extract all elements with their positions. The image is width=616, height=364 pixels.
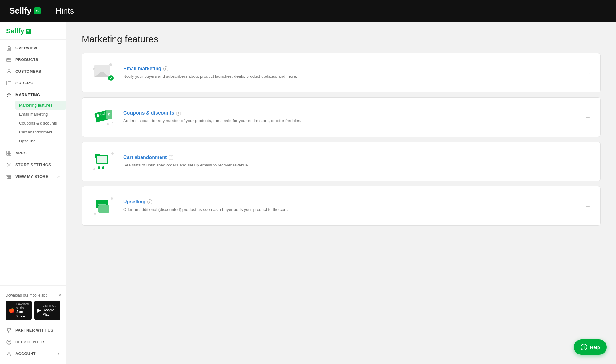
coupons-info: Coupons & discounts i Add a discount for… (123, 110, 573, 124)
app-badges: 🍎 Download on the App Store ▶ GET IT ON … (6, 301, 60, 320)
grid-icon (6, 150, 12, 156)
play-store-sub: GET IT ON (43, 304, 57, 308)
gear-icon (6, 162, 12, 168)
home-icon (6, 45, 12, 51)
close-button[interactable]: × (59, 292, 62, 297)
sidebar-bottom: × Download our mobile app: 🍎 Download on… (0, 285, 66, 364)
sidebar-item-store-settings[interactable]: STORE SETTINGS (0, 159, 66, 171)
sidebar-logo-text: Sellfy (6, 27, 24, 35)
sidebar-item-overview[interactable]: OVERVIEW (0, 42, 66, 54)
external-link-icon: ↗ (57, 175, 60, 179)
trophy-icon (6, 328, 12, 333)
main-nav: OVERVIEW PRODUCTS CUST (0, 40, 66, 185)
sidebar-item-label-overview: OVERVIEW (15, 46, 37, 50)
sidebar-item-label-products: PRODUCTS (15, 58, 38, 62)
sidebar-item-label-store-settings: STORE SETTINGS (15, 163, 51, 167)
sidebar-item-label-orders: ORDERS (15, 81, 33, 85)
coupons-info-icon[interactable]: i (176, 111, 181, 116)
feature-card-cart-abandonment[interactable]: Cart abandonment i See stats of unfinish… (82, 142, 601, 181)
marketing-icon (6, 92, 12, 98)
sidebar-item-marketing[interactable]: MARKETING (0, 89, 66, 101)
sidebar-item-label-customers: CUSTOMERS (15, 69, 41, 74)
sidebar-item-label-marketing: MARKETING (15, 93, 40, 97)
upselling-icon-area (91, 195, 116, 217)
subnav-cart-abandonment[interactable]: Cart abandonment (15, 128, 66, 137)
sidebar-item-partner[interactable]: PARTNER WITH US (0, 325, 66, 336)
header-logo-badge: S (34, 7, 41, 14)
help-button-label: Help (590, 345, 600, 350)
cart-abandonment-name: Cart abandonment i (123, 155, 573, 160)
header-divider (48, 5, 48, 16)
cart-abandonment-info: Cart abandonment i See stats of unfinish… (123, 155, 573, 168)
subnav-marketing-features[interactable]: Marketing features (15, 101, 66, 110)
sidebar-item-apps[interactable]: APPS (0, 147, 66, 159)
svg-point-1 (8, 70, 10, 72)
sidebar-item-orders[interactable]: ORDERS (0, 77, 66, 89)
svg-point-6 (8, 164, 10, 166)
question-circle-icon: ? (581, 344, 587, 350)
email-icon: ✓ (93, 63, 114, 82)
sidebar-item-label-partner: PARTNER WITH US (15, 328, 53, 333)
main-content: Marketing features ✓ Email marketing i N… (66, 22, 616, 364)
coupon-icon: SALE $ (93, 108, 114, 126)
play-icon: ▶ (37, 307, 41, 314)
help-button[interactable]: ? Help (574, 339, 607, 355)
email-marketing-arrow: → (580, 69, 591, 76)
marketing-subnav: Marketing features Email marketing Coupo… (0, 101, 66, 147)
sidebar-item-help-center[interactable]: HELP CENTER (0, 336, 66, 348)
upselling-desc: Offer an additional (discounted) product… (123, 207, 573, 213)
sidebar-logo-badge: S (26, 29, 31, 34)
svg-rect-4 (7, 153, 9, 155)
svg-point-8 (9, 343, 9, 343)
coupons-arrow: → (580, 114, 591, 121)
subnav-email-marketing[interactable]: Email marketing (15, 110, 66, 119)
coupons-icon-area: SALE $ (91, 106, 116, 128)
chevron-down-icon: ∧ (57, 352, 60, 356)
cart-abandonment-desc: See stats of unfinished orders and set u… (123, 162, 573, 168)
sidebar-item-account[interactable]: ACCOUNT ∧ (0, 348, 66, 360)
coupons-name: Coupons & discounts i (123, 110, 573, 116)
svg-point-9 (8, 352, 10, 354)
subnav-upselling[interactable]: Upselling (15, 137, 66, 145)
email-marketing-icon-area: ✓ (91, 62, 116, 84)
sidebar-item-label-view-store: VIEW MY STORE (15, 174, 48, 179)
sidebar-item-view-store[interactable]: VIEW MY STORE ↗ (0, 171, 66, 182)
top-header: Sellfy S Hints (0, 0, 616, 22)
app-store-sub: Download on the (16, 302, 29, 309)
page-title: Marketing features (82, 34, 601, 44)
sidebar-item-label-help-center: HELP CENTER (15, 340, 44, 344)
svg-rect-5 (9, 153, 11, 155)
app-store-main: App Store (16, 309, 29, 318)
email-marketing-name: Email marketing i (123, 66, 573, 72)
cart-abandonment-info-icon[interactable]: i (169, 155, 173, 160)
orders-icon (6, 80, 12, 86)
cart-abandonment-icon-area (91, 151, 116, 172)
upselling-arrow: → (580, 202, 591, 210)
email-marketing-info-icon[interactable]: i (163, 66, 168, 71)
subnav-coupons-discounts[interactable]: Coupons & discounts (15, 119, 66, 128)
sidebar-logo: Sellfy S (6, 27, 60, 35)
sidebar-item-products[interactable]: PRODUCTS (0, 54, 66, 66)
mobile-app-section: × Download our mobile app: 🍎 Download on… (0, 290, 66, 325)
cart-abandonment-arrow: → (580, 158, 591, 165)
sidebar-item-customers[interactable]: CUSTOMERS (0, 66, 66, 77)
person-icon (6, 69, 12, 74)
upselling-info: Upselling i Offer an additional (discoun… (123, 199, 573, 213)
play-store-badge[interactable]: ▶ GET IT ON Google Play (34, 301, 60, 320)
coupons-desc: Add a discount for any number of your pr… (123, 118, 573, 124)
feature-card-email-marketing[interactable]: ✓ Email marketing i Notify your buyers a… (82, 53, 601, 92)
upselling-info-icon[interactable]: i (147, 199, 152, 204)
help-circle-icon (6, 339, 12, 345)
header-title: Hints (56, 6, 74, 16)
feature-card-upselling[interactable]: Upselling i Offer an additional (discoun… (82, 186, 601, 226)
folder-icon (6, 57, 12, 63)
app-store-badge[interactable]: 🍎 Download on the App Store (6, 301, 32, 320)
upsell-icon (93, 197, 114, 215)
feature-card-coupons[interactable]: SALE $ Coupons & discounts i Add a disco… (82, 97, 601, 137)
sidebar-item-label-apps: APPS (15, 151, 27, 155)
mobile-app-label: Download our mobile app: (6, 293, 60, 297)
main-layout: Sellfy S OVERVIEW (0, 22, 616, 364)
header-logo-text: Sellfy (9, 6, 31, 16)
sidebar-item-label-account: ACCOUNT (15, 352, 36, 356)
svg-rect-3 (9, 151, 11, 153)
